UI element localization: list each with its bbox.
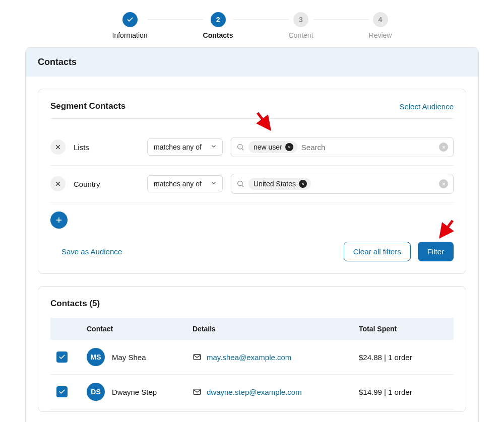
svg-line-19	[440, 221, 453, 237]
search-icon	[236, 180, 244, 188]
step-connector	[148, 19, 203, 20]
filter-row-lists: Lists matches any of new user	[50, 129, 454, 166]
plus-icon	[55, 216, 63, 224]
step-label: Information	[112, 31, 148, 39]
step-review[interactable]: 4 Review	[369, 12, 392, 39]
step-connector	[233, 19, 289, 20]
select-value: matches any of	[154, 143, 202, 151]
x-icon	[301, 182, 305, 186]
row-checkbox[interactable]	[56, 386, 68, 397]
remove-tag-button[interactable]	[285, 143, 293, 151]
remove-filter-button[interactable]	[50, 139, 66, 155]
remove-filter-button[interactable]	[50, 176, 66, 191]
step-number: 3	[293, 12, 308, 27]
envelope-icon	[193, 353, 202, 362]
table-header-row: Contact Details Total Spent	[50, 318, 454, 340]
search-input[interactable]	[315, 180, 436, 188]
step-label: Review	[369, 31, 392, 39]
step-information[interactable]: Information	[112, 12, 148, 39]
contacts-table: Contact Details Total Spent	[50, 318, 454, 409]
x-icon	[54, 144, 61, 151]
contacts-list-title: Contacts (5)	[50, 299, 454, 309]
row-checkbox[interactable]	[56, 351, 68, 363]
check-icon	[58, 388, 66, 395]
x-icon	[54, 180, 61, 187]
add-filter-button[interactable]	[50, 212, 68, 229]
x-icon	[442, 182, 446, 186]
total-spent: $14.99 | 1 order	[353, 375, 454, 409]
clear-input-button[interactable]	[439, 179, 448, 188]
search-input[interactable]	[301, 143, 436, 152]
search-icon	[236, 143, 244, 151]
segment-card: Segment Contacts Select Audience Lists m…	[38, 89, 466, 274]
progress-stepper: Information 2 Contacts 3 Content 4 Revie…	[0, 0, 504, 47]
panel-body: Segment Contacts Select Audience Lists m…	[26, 77, 478, 422]
tag-label: United States	[254, 180, 296, 188]
select-value: matches any of	[154, 180, 202, 188]
step-content[interactable]: 3 Content	[289, 12, 313, 39]
contact-name: May Shea	[112, 353, 146, 362]
col-details: Details	[186, 318, 353, 340]
filter-field-label: Country	[74, 180, 139, 188]
tag-label: new user	[254, 143, 282, 151]
step-contacts[interactable]: 2 Contacts	[203, 12, 233, 39]
filter-value-input[interactable]: United States	[231, 174, 454, 194]
table-row: DS Dwayne Step dwayne.step@example.com $…	[50, 375, 454, 409]
col-total-spent: Total Spent	[353, 318, 454, 340]
step-connector	[313, 19, 369, 20]
filter-field-label: Lists	[74, 143, 139, 152]
filter-tag: new user	[248, 141, 297, 153]
svg-point-11	[238, 181, 242, 186]
col-contact: Contact	[81, 318, 186, 340]
svg-line-3	[242, 149, 243, 150]
clear-filters-button[interactable]: Clear all filters	[344, 242, 411, 261]
avatar: DS	[87, 383, 105, 401]
filter-value-input[interactable]: new user	[231, 137, 454, 157]
filter-button[interactable]: Filter	[418, 242, 454, 261]
avatar: MS	[87, 348, 105, 366]
contacts-panel: Contacts Segment Contacts Select Audienc…	[25, 47, 479, 422]
panel-header: Contacts	[26, 48, 478, 77]
x-icon	[442, 145, 446, 150]
contact-name: Dwayne Step	[112, 388, 157, 396]
filter-row-country: Country matches any of United States	[50, 166, 454, 202]
annotation-arrow-icon	[434, 219, 457, 241]
remove-tag-button[interactable]	[299, 180, 307, 188]
step-number: 2	[211, 12, 226, 27]
filter-operator-select[interactable]: matches any of	[147, 138, 223, 156]
total-spent: $24.88 | 1 order	[353, 340, 454, 375]
contact-email[interactable]: dwayne.step@example.com	[207, 388, 302, 396]
clear-input-button[interactable]	[439, 143, 448, 152]
chevron-down-icon	[210, 180, 217, 188]
step-number: 4	[373, 12, 388, 27]
chevron-down-icon	[210, 143, 217, 152]
step-label: Content	[289, 31, 313, 39]
filter-tag: United States	[248, 178, 311, 190]
contacts-list-card: Contacts (5) Contact Details Total Spent	[38, 286, 466, 412]
svg-point-2	[238, 145, 242, 149]
check-icon	[58, 354, 66, 361]
filter-operator-select[interactable]: matches any of	[147, 175, 223, 192]
step-label: Contacts	[203, 31, 233, 39]
segment-title: Segment Contacts	[50, 101, 125, 111]
svg-line-12	[242, 185, 243, 187]
x-icon	[287, 145, 291, 149]
table-row: MS May Shea may.shea@example.com $24.88 …	[50, 340, 454, 375]
envelope-icon	[193, 387, 202, 396]
contact-email[interactable]: may.shea@example.com	[207, 353, 291, 362]
check-icon	[122, 12, 138, 27]
select-audience-link[interactable]: Select Audience	[399, 102, 454, 111]
save-as-audience-link[interactable]: Save as Audience	[61, 247, 122, 256]
